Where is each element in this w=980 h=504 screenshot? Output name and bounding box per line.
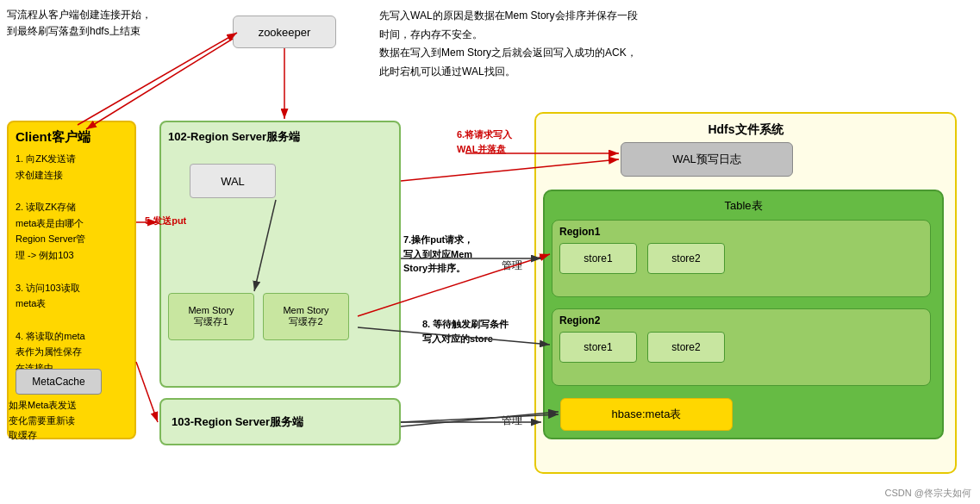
top-left-description: 写流程从客户端创建连接开始， 到最终刷写落盘到hdfs上结束 [7,7,152,40]
svg-line-3 [78,33,237,125]
region2-stores: store1 store2 [559,332,923,363]
step7-label: 7.操作put请求，写入到对应MemStory并排序。 [403,233,473,276]
region1-box: Region1 store1 store2 [552,220,931,297]
region2-store1: store1 [559,332,637,363]
region2-store2: store2 [647,332,725,363]
zookeeper-label: zookeeper [259,26,311,39]
hdfs-title: Hdfs文件系统 [545,122,946,138]
diagram: 写流程从客户端创建连接开始， 到最终刷写落盘到hdfs上结束 先写入WAL的原因… [0,0,980,504]
wal-label: WAL [221,175,245,188]
mem-story-1-box: Mem Story写缓存1 [168,293,254,340]
metacache-description: 如果Meta表发送变化需要重新读取缓存 [9,398,136,444]
client-steps: 1. 向ZK发送请求创建连接 2. 读取ZK存储meta表是由哪个Region … [16,151,128,376]
table-title: Table表 [552,198,935,214]
svg-line-4 [86,39,233,129]
step5-label: 5.发送put [145,214,186,228]
region1-store1: store1 [559,243,637,274]
region102-title: 102-Region Server服务端 [168,129,392,145]
region103-box: 103-Region Server服务端 [159,398,401,445]
zookeeper-box: zookeeper [233,16,336,48]
metacache-label: MetaCache [32,376,84,388]
region1-label: Region1 [559,226,923,238]
top-right-description: 先写入WAL的原因是数据在Mem Story会排序并保存一段 时间，存内存不安全… [379,7,638,81]
client-title: Client客户端 [16,129,128,146]
hbase-meta-label: hbase:meta表 [612,407,682,422]
mem-story-2-label: Mem Story写缓存2 [283,305,328,328]
mem-story-2-box: Mem Story写缓存2 [263,293,349,340]
region102-box: 102-Region Server服务端 [159,121,401,388]
wal-box: WAL [190,164,276,198]
metacache-box: MetaCache [16,369,102,395]
region2-label: Region2 [559,314,923,327]
wal-log-box: WAL预写日志 [621,142,793,177]
watermark: CSDN @佟宗夫如何 [885,487,971,500]
svg-line-14 [136,362,158,422]
step8-label: 8. 等待触发刷写条件写入对应的store [422,317,509,345]
manage-label-1: 管理 [502,258,522,273]
region1-store2: store2 [647,243,725,274]
wal-log-label: WAL预写日志 [672,152,741,167]
hbase-meta-box: hbase:meta表 [560,398,733,431]
mem-story-1-label: Mem Story写缓存1 [188,305,234,328]
manage-label-2: 管理 [502,414,522,428]
region103-title: 103-Region Server服务端 [172,414,303,430]
region1-stores: store1 store2 [559,243,923,274]
step6-label: 6.将请求写入WAL并落盘 [457,128,512,156]
region2-box: Region2 store1 store2 [552,308,931,386]
